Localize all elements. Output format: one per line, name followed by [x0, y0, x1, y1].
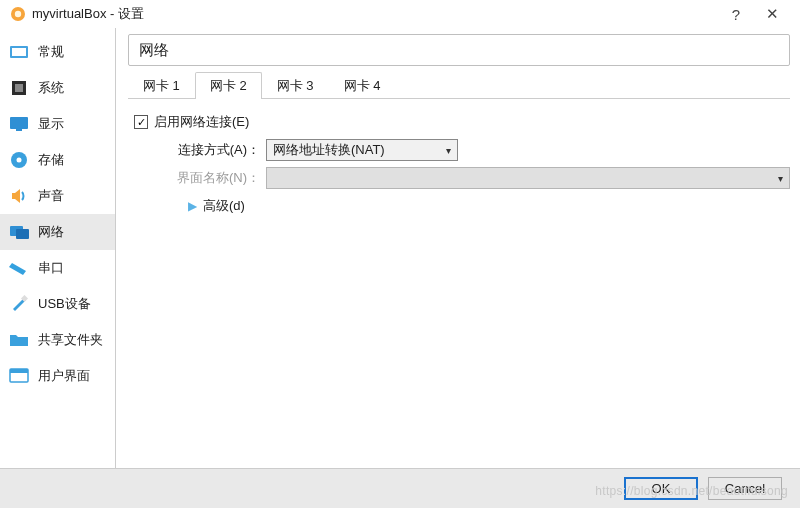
- sidebar-item-serial[interactable]: 串口: [0, 250, 115, 286]
- svg-rect-7: [16, 129, 22, 131]
- advanced-label: 高级(d): [203, 197, 245, 215]
- serial-icon: [8, 257, 30, 279]
- tab-adapter-2[interactable]: 网卡 2: [195, 72, 262, 99]
- advanced-row[interactable]: ▶ 高级(d): [134, 193, 790, 219]
- app-icon: [10, 6, 26, 22]
- settings-sidebar: 常规 系统 显示 存储 声音 网络 串口 USB设备: [0, 28, 116, 468]
- general-icon: [8, 41, 30, 63]
- sidebar-item-storage[interactable]: 存储: [0, 142, 115, 178]
- display-icon: [8, 113, 30, 135]
- sidebar-item-system[interactable]: 系统: [0, 70, 115, 106]
- sidebar-item-label: 用户界面: [38, 367, 90, 385]
- dialog-footer: OK Cancel: [0, 468, 800, 508]
- attached-to-select[interactable]: 网络地址转换(NAT) ▾: [266, 139, 458, 161]
- sidebar-item-label: 网络: [38, 223, 64, 241]
- ok-button[interactable]: OK: [624, 477, 698, 500]
- attached-to-label: 连接方式(A)：: [160, 141, 266, 159]
- network-icon: [8, 221, 30, 243]
- system-icon: [8, 77, 30, 99]
- tab-adapter-4[interactable]: 网卡 4: [329, 72, 396, 99]
- sidebar-item-label: 显示: [38, 115, 64, 133]
- tab-adapter-3[interactable]: 网卡 3: [262, 72, 329, 99]
- attached-to-value: 网络地址转换(NAT): [273, 141, 385, 159]
- sidebar-item-shared-folders[interactable]: 共享文件夹: [0, 322, 115, 358]
- svg-rect-6: [10, 117, 28, 129]
- sidebar-item-display[interactable]: 显示: [0, 106, 115, 142]
- sidebar-item-label: USB设备: [38, 295, 91, 313]
- panel-header: 网络: [128, 34, 790, 66]
- interface-icon: [8, 365, 30, 387]
- svg-point-1: [15, 11, 21, 17]
- sidebar-item-label: 系统: [38, 79, 64, 97]
- expand-arrow-icon: ▶: [188, 199, 197, 213]
- tab-adapter-1[interactable]: 网卡 1: [128, 72, 195, 99]
- sidebar-item-audio[interactable]: 声音: [0, 178, 115, 214]
- adapter-name-label: 界面名称(N)：: [160, 169, 266, 187]
- svg-rect-14: [10, 369, 28, 373]
- svg-rect-5: [15, 84, 23, 92]
- sidebar-item-label: 串口: [38, 259, 64, 277]
- cancel-button[interactable]: Cancel: [708, 477, 782, 500]
- sidebar-item-general[interactable]: 常规: [0, 34, 115, 70]
- attached-to-row: 连接方式(A)： 网络地址转换(NAT) ▾: [134, 137, 790, 163]
- sidebar-item-label: 共享文件夹: [38, 331, 103, 349]
- svg-rect-3: [12, 48, 26, 56]
- titlebar: myvirtualBox - 设置 ? ✕: [0, 0, 800, 28]
- usb-icon: [8, 293, 30, 315]
- adapter-form: ✓ 启用网络连接(E) 连接方式(A)： 网络地址转换(NAT) ▾ 界面名称(…: [128, 109, 790, 221]
- storage-icon: [8, 149, 30, 171]
- adapter-tabs: 网卡 1 网卡 2 网卡 3 网卡 4: [128, 72, 790, 99]
- adapter-name-select[interactable]: ▾: [266, 167, 790, 189]
- enable-adapter-checkbox[interactable]: ✓: [134, 115, 148, 129]
- sidebar-item-label: 常规: [38, 43, 64, 61]
- adapter-name-row: 界面名称(N)： ▾: [134, 165, 790, 191]
- sidebar-item-interface[interactable]: 用户界面: [0, 358, 115, 394]
- panel-title: 网络: [139, 41, 169, 60]
- enable-adapter-row: ✓ 启用网络连接(E): [134, 109, 790, 135]
- close-button[interactable]: ✕: [754, 0, 790, 28]
- sidebar-item-label: 声音: [38, 187, 64, 205]
- audio-icon: [8, 185, 30, 207]
- sidebar-item-usb[interactable]: USB设备: [0, 286, 115, 322]
- main-container: 常规 系统 显示 存储 声音 网络 串口 USB设备: [0, 28, 800, 468]
- chevron-down-icon: ▾: [778, 173, 783, 184]
- folder-icon: [8, 329, 30, 351]
- svg-point-9: [17, 158, 22, 163]
- content-area: 网络 网卡 1 网卡 2 网卡 3 网卡 4 ✓ 启用网络连接(E) 连接方式(…: [116, 28, 800, 468]
- enable-adapter-label: 启用网络连接(E): [154, 113, 249, 131]
- help-button[interactable]: ?: [718, 0, 754, 28]
- sidebar-item-label: 存储: [38, 151, 64, 169]
- chevron-down-icon: ▾: [446, 145, 451, 156]
- sidebar-item-network[interactable]: 网络: [0, 214, 115, 250]
- window-title: myvirtualBox - 设置: [32, 5, 718, 23]
- svg-rect-11: [16, 229, 29, 239]
